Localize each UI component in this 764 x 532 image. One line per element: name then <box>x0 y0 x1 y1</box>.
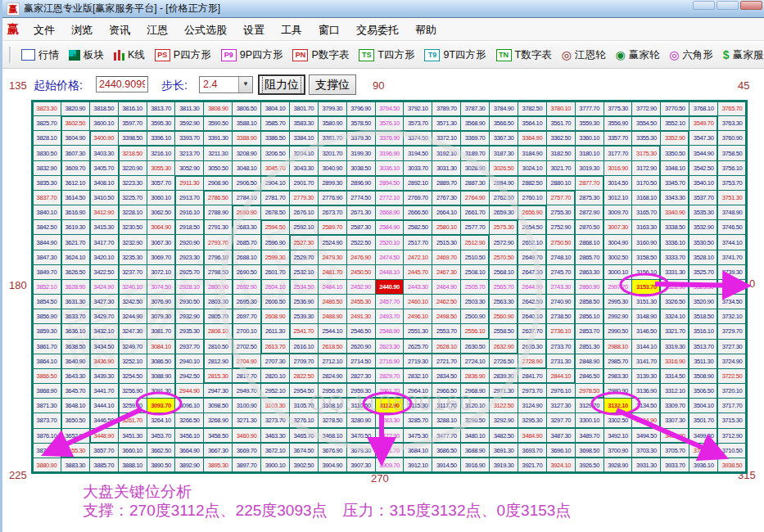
menu-item-1[interactable]: 文件 <box>25 21 63 38</box>
price-cell: 3540.10 <box>689 176 717 190</box>
price-cell: 3415.30 <box>90 220 118 234</box>
price-cell: 3580.90 <box>319 116 346 130</box>
menu-item-5[interactable]: 公式选股 <box>176 21 235 38</box>
price-cell: 3417.70 <box>90 235 118 249</box>
price-cell: 3482.50 <box>490 429 518 443</box>
menu-item-4[interactable]: 江恩 <box>138 21 176 38</box>
menu-item-3[interactable]: 资讯 <box>101 21 138 38</box>
price-cell: 3631.30 <box>61 295 89 309</box>
resistance-button[interactable]: 阻力位 <box>258 74 305 95</box>
price-cell: 2752.90 <box>547 220 575 234</box>
price-cell: 3530.50 <box>689 235 717 249</box>
price-cell: 2978.50 <box>576 384 604 398</box>
price-cell: 3384.10 <box>290 131 318 145</box>
price-cell: 2541.70 <box>290 324 318 338</box>
price-cell: 3475.30 <box>404 429 432 443</box>
price-cell: 2829.70 <box>376 369 404 383</box>
price-cell: 2899.30 <box>319 176 346 190</box>
price-cell: 3933.70 <box>661 458 689 472</box>
price-cell: 2935.30 <box>175 324 203 338</box>
price-cell: 2925.70 <box>175 265 203 279</box>
price-cell: 3604.90 <box>61 131 89 145</box>
price-cell: 3362.50 <box>547 131 575 145</box>
toolbar-item-11[interactable]: ◉赢家轮 <box>610 47 664 64</box>
menu-item-7[interactable]: 工具 <box>273 21 310 38</box>
price-cell: 2980.90 <box>604 384 632 398</box>
price-cell: 3888.10 <box>119 458 147 472</box>
degree-label-90: 90 <box>373 79 384 92</box>
price-cell: 3091.30 <box>147 384 175 398</box>
price-cell: 3151.30 <box>632 295 660 309</box>
price-cell: 2618.50 <box>319 340 346 354</box>
price-cell: 3336.10 <box>661 235 689 249</box>
price-cell: 3684.10 <box>404 444 432 458</box>
price-cell: 3108.10 <box>319 399 346 413</box>
menu-item-8[interactable]: 窗口 <box>310 21 348 38</box>
price-cell: 2764.90 <box>461 191 489 205</box>
window-buttons <box>693 1 762 10</box>
price-cell: 3878.50 <box>33 444 61 458</box>
price-cell: 2577.70 <box>461 220 489 234</box>
toolbar-item-7[interactable]: TST四方形 <box>354 47 419 64</box>
price-cell: 3830.50 <box>33 146 61 160</box>
toolbar-item-12[interactable]: ◎六角形 <box>664 47 718 64</box>
price-cell: 3074.50 <box>147 280 175 294</box>
price-cell: 3396.10 <box>147 131 175 145</box>
menu-item-2[interactable]: 浏览 <box>63 21 101 38</box>
menu-item-9[interactable]: 交易委托 <box>348 21 407 38</box>
price-cell: 2719.30 <box>404 354 432 368</box>
toolbar-item-label: 赢家轮 <box>629 48 660 62</box>
price-cell: 3470.50 <box>347 429 375 443</box>
menu-item-6[interactable]: 设置 <box>235 21 273 38</box>
toolbar-item-4[interactable]: PSP四方形 <box>150 47 216 64</box>
price-cell: 2481.70 <box>319 265 346 279</box>
price-cell: 3170.50 <box>632 176 660 190</box>
toolbar-item-6[interactable]: PNP数字表 <box>287 47 354 64</box>
price-cell: 3914.50 <box>432 458 460 472</box>
toolbar-item-13[interactable]: $赢家服务 <box>718 47 764 64</box>
toolbar-item-10[interactable]: ◎江恩轮 <box>557 47 611 64</box>
price-cell: 2930.50 <box>175 295 203 309</box>
toolbar-item-2[interactable]: 板块 <box>64 47 109 64</box>
price-cell: 3535.30 <box>689 205 717 219</box>
price-cell: 3861.70 <box>33 340 61 354</box>
step-combobox[interactable]: 2.4 ▼ <box>199 76 253 93</box>
price-cell: 3453.70 <box>147 429 175 443</box>
maximize-button[interactable] <box>717 1 739 10</box>
price-cell: 3523.30 <box>689 280 717 294</box>
price-cell: 3448.90 <box>90 429 118 443</box>
price-cell: 3007.30 <box>604 220 632 234</box>
menu-item-10[interactable]: 帮助 <box>407 21 445 38</box>
price-cell: 3388.90 <box>233 131 260 145</box>
price-cell: 3856.90 <box>33 309 61 323</box>
price-cell: 3182.50 <box>547 146 575 160</box>
price-cell: 3348.10 <box>661 161 689 175</box>
price-cell: 2452.90 <box>347 280 375 294</box>
price-cell: 2611.30 <box>261 324 289 338</box>
price-cell: 2988.10 <box>604 340 632 354</box>
price-cell: 3331.30 <box>661 265 689 279</box>
toolbar-item-1[interactable]: 行情 <box>16 47 64 64</box>
price-cell: 3352.90 <box>661 131 689 145</box>
toolbar-item-8[interactable]: T99T四方形 <box>419 47 490 64</box>
toolbar-item-5[interactable]: P99P四方形 <box>216 47 288 64</box>
price-cell: 2707.30 <box>261 354 289 368</box>
price-cell: 3741.70 <box>718 250 746 264</box>
price-cell: 2709.70 <box>290 354 318 368</box>
toolbar-item-label: P四方形 <box>174 48 211 62</box>
price-cell: 2976.10 <box>547 384 575 398</box>
price-cell: 2656.90 <box>518 205 546 219</box>
price-cell: 3892.90 <box>175 458 203 472</box>
price-cell: 3266.50 <box>175 413 203 427</box>
chevron-down-icon[interactable]: ▼ <box>238 77 252 92</box>
price-cell: 2630.50 <box>461 340 489 354</box>
price-cell: 2901.70 <box>290 176 318 190</box>
minimize-button[interactable] <box>693 1 715 10</box>
price-cell: 2767.30 <box>432 191 460 205</box>
support-button[interactable]: 支撑位 <box>309 74 356 95</box>
start-price-input[interactable] <box>96 76 148 92</box>
toolbar-item-3[interactable]: K线 <box>109 47 150 64</box>
toolbar-item-9[interactable]: TNT数字表 <box>491 47 557 64</box>
price-cell: 3494.50 <box>632 429 660 443</box>
close-button[interactable] <box>740 1 762 10</box>
